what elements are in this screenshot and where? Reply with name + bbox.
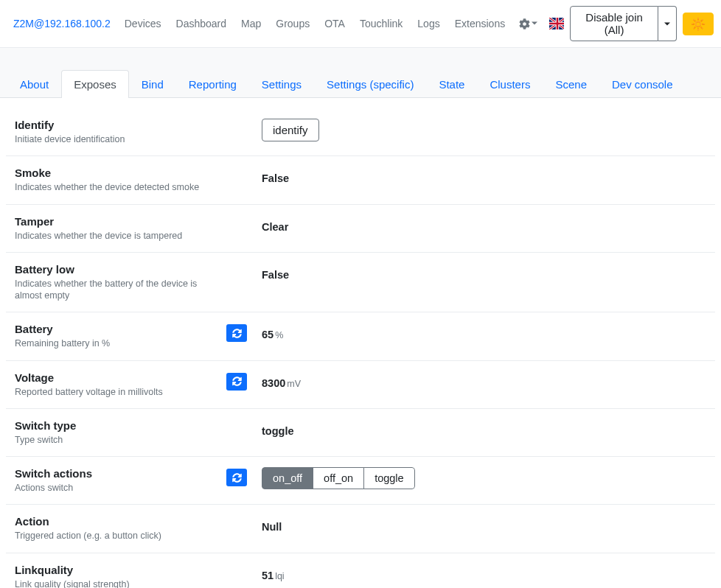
gear-icon	[519, 18, 530, 29]
row-title: Battery	[15, 323, 221, 335]
brand[interactable]: Z2M@192.168.100.2	[7, 13, 116, 34]
nav-ota[interactable]: OTA	[318, 13, 352, 34]
row-desc: Initiate device identification	[15, 133, 221, 145]
nav-right: Disable join (All) 🔆	[513, 6, 714, 41]
row-linkquality: Linkquality Link quality (signal strengt…	[6, 553, 715, 589]
tab-clusters[interactable]: Clusters	[477, 70, 543, 98]
battery-low-value: False	[262, 269, 289, 281]
disable-join-button[interactable]: Disable join (All)	[570, 6, 658, 41]
nav-groups[interactable]: Groups	[269, 13, 316, 34]
uk-flag-icon	[549, 18, 564, 29]
row-title: Identify	[15, 119, 221, 131]
exposes-content: Identify Initiate device identification …	[6, 98, 715, 588]
tab-scene[interactable]: Scene	[543, 70, 599, 98]
switch-actions-group: on_off off_on toggle	[262, 467, 415, 489]
row-desc: Indicates whether the device is tampered	[15, 230, 221, 242]
row-identify: Identify Initiate device identification …	[6, 98, 715, 156]
row-desc: Actions switch	[15, 482, 221, 494]
row-title: Action	[15, 515, 221, 528]
tab-settings[interactable]: Settings	[249, 70, 314, 98]
row-desc: Indicates whether the battery of the dev…	[15, 278, 221, 302]
chevron-down-icon	[532, 21, 537, 27]
refresh-voltage-button[interactable]	[226, 373, 247, 391]
refresh-battery-button[interactable]	[226, 324, 247, 342]
disable-join-dropdown[interactable]	[658, 6, 677, 41]
sun-icon: 🔆	[691, 18, 706, 30]
linkquality-value: 51	[262, 570, 274, 581]
nav-map[interactable]: Map	[234, 13, 268, 34]
tab-dev-console[interactable]: Dev console	[599, 70, 686, 98]
row-label: Smoke Indicates whether the device detec…	[15, 167, 221, 193]
language-flag[interactable]	[549, 18, 564, 29]
switch-type-value: toggle	[262, 425, 294, 437]
row-title: Tamper	[15, 215, 221, 228]
row-desc: Type switch	[15, 434, 221, 446]
identify-button[interactable]: identify	[262, 119, 319, 141]
nav-devices[interactable]: Devices	[118, 13, 168, 34]
tab-exposes[interactable]: Exposes	[61, 70, 129, 98]
row-title: Switch actions	[15, 467, 221, 480]
linkquality-unit: lqi	[275, 571, 285, 581]
tab-about[interactable]: About	[7, 70, 61, 98]
row-title: Linkquality	[15, 564, 221, 576]
chevron-down-icon	[664, 22, 670, 27]
row-label: Linkquality Link quality (signal strengt…	[15, 564, 221, 589]
row-smoke: Smoke Indicates whether the device detec…	[6, 156, 715, 204]
nav-logs[interactable]: Logs	[411, 13, 446, 34]
row-desc: Link quality (signal strength)	[15, 578, 221, 589]
tab-bind[interactable]: Bind	[129, 70, 176, 98]
row-desc: Triggered action (e.g. a button click)	[15, 530, 221, 542]
smoke-value: False	[262, 172, 289, 184]
tab-reporting[interactable]: Reporting	[176, 70, 249, 98]
row-desc: Reported battery voltage in millivolts	[15, 386, 221, 398]
row-title: Voltage	[15, 371, 221, 384]
refresh-switch-actions-button[interactable]	[226, 469, 247, 486]
row-action: Action Triggered action (e.g. a button c…	[6, 505, 715, 553]
row-label: Action Triggered action (e.g. a button c…	[15, 515, 221, 542]
refresh-icon	[232, 329, 242, 338]
tab-settings-specific[interactable]: Settings (specific)	[314, 70, 426, 98]
voltage-unit: mV	[287, 379, 301, 389]
tamper-value: Clear	[262, 221, 288, 233]
row-label: Switch type Type switch	[15, 419, 221, 446]
disable-join-group: Disable join (All)	[570, 6, 677, 41]
row-tamper: Tamper Indicates whether the device is t…	[6, 205, 715, 253]
row-switch-actions: Switch actions Actions switch on_off off…	[6, 457, 715, 505]
refresh-icon	[232, 473, 242, 483]
row-title: Switch type	[15, 419, 221, 432]
switch-action-on-off[interactable]: on_off	[262, 467, 313, 489]
battery-unit: %	[275, 330, 283, 340]
tabs: About Exposes Bind Reporting Settings Se…	[0, 48, 721, 98]
row-battery: Battery Remaining battery in % 65%	[6, 312, 715, 360]
row-label: Identify Initiate device identification	[15, 119, 221, 145]
row-label: Switch actions Actions switch	[15, 467, 221, 494]
settings-dropdown[interactable]	[513, 14, 543, 34]
row-voltage: Voltage Reported battery voltage in mill…	[6, 361, 715, 409]
row-switch-type: Switch type Type switch toggle	[6, 409, 715, 457]
voltage-value: 8300	[262, 377, 285, 389]
nav-dashboard[interactable]: Dashboard	[170, 13, 234, 34]
navbar: Z2M@192.168.100.2 Devices Dashboard Map …	[0, 0, 721, 48]
row-label: Battery low Indicates whether the batter…	[15, 263, 221, 302]
switch-action-off-on[interactable]: off_on	[313, 467, 364, 489]
battery-value: 65	[262, 329, 274, 340]
nav-touchlink[interactable]: Touchlink	[353, 13, 409, 34]
theme-toggle-button[interactable]: 🔆	[683, 13, 714, 35]
nav-extensions[interactable]: Extensions	[448, 13, 512, 34]
row-label: Voltage Reported battery voltage in mill…	[15, 371, 221, 398]
row-label: Battery Remaining battery in %	[15, 323, 221, 349]
row-title: Smoke	[15, 167, 221, 179]
row-title: Battery low	[15, 263, 221, 276]
row-label: Tamper Indicates whether the device is t…	[15, 215, 221, 242]
refresh-icon	[232, 377, 242, 386]
switch-action-toggle[interactable]: toggle	[363, 467, 415, 489]
row-battery-low: Battery low Indicates whether the batter…	[6, 253, 715, 313]
row-desc: Indicates whether the device detected sm…	[15, 181, 221, 193]
tab-state[interactable]: State	[426, 70, 477, 98]
action-value: Null	[262, 521, 282, 533]
row-desc: Remaining battery in %	[15, 337, 221, 349]
